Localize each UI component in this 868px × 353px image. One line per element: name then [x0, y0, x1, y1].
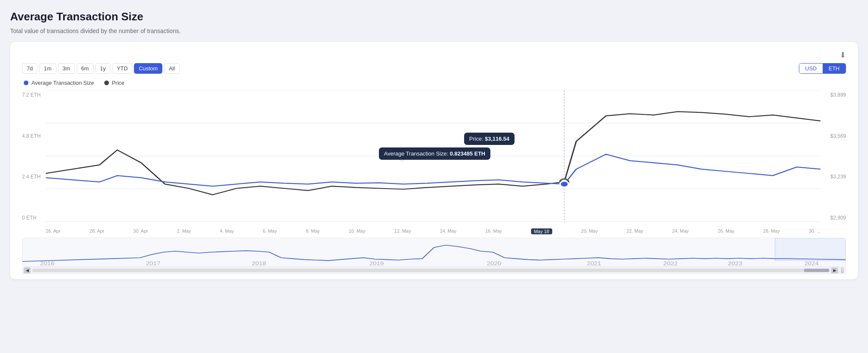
x-label-4: 4. May — [220, 228, 234, 234]
x-label-2: 30. Apr — [133, 228, 148, 234]
x-label-15: 28. May — [763, 228, 780, 234]
x-label-1: 28. Apr — [89, 228, 104, 234]
navigator-svg: 2016 2017 2018 2019 2020 2021 2022 2023 … — [22, 238, 846, 266]
y-right-3: $3,239 — [830, 174, 846, 180]
currency-buttons: USD ETH — [799, 63, 846, 74]
x-label-12: 22. May — [626, 228, 643, 234]
y-right-4: $2,909 — [830, 215, 846, 221]
x-label-14: 26. May — [718, 228, 734, 234]
y-left-4: 0 ETH — [22, 215, 44, 221]
download-icon[interactable]: ⬇ — [840, 50, 846, 60]
time-btn-ytd[interactable]: YTD — [112, 63, 132, 74]
scroll-track[interactable] — [32, 269, 829, 272]
scroll-left-btn[interactable]: ◀ — [24, 267, 31, 273]
y-left-2: 4.8 ETH — [22, 133, 44, 139]
currency-btn-eth[interactable]: ETH — [823, 64, 846, 73]
x-label-7: 10. May — [349, 228, 365, 234]
legend-label-price: Price — [112, 80, 125, 86]
svg-text:2021: 2021 — [587, 261, 601, 266]
x-label-3: 2. May — [177, 228, 191, 234]
controls-row: 7d 1m 3m 6m 1y YTD Custom All USD ETH — [22, 63, 846, 74]
x-axis-labels: 26. Apr 28. Apr 30. Apr 2. May 4. May 6.… — [46, 228, 821, 234]
x-label-9: 14. May — [440, 228, 456, 234]
scrollbar: ◀ ▶ ⣿ — [22, 267, 846, 274]
time-btn-7d[interactable]: 7d — [22, 63, 37, 74]
time-btn-all[interactable]: All — [164, 63, 179, 74]
scroll-right-btn[interactable]: ▶ — [831, 267, 838, 273]
svg-text:2023: 2023 — [728, 261, 743, 266]
y-axis-left: 7.2 ETH 4.8 ETH 2.4 ETH 0 ETH — [22, 90, 44, 222]
svg-text:2019: 2019 — [369, 261, 384, 266]
svg-text:2024: 2024 — [804, 261, 819, 266]
chart-top-bar: ⬇ — [22, 50, 846, 60]
page-wrapper: Average Transaction Size Total value of … — [10, 10, 858, 279]
tooltip-avg-label: Average Transaction Size: — [384, 150, 450, 157]
legend-label-avg: Average Transaction Size — [31, 80, 94, 86]
chart-container: ⬇ 7d 1m 3m 6m 1y YTD Custom All USD ETH — [10, 42, 858, 279]
y-right-2: $3,569 — [830, 133, 846, 139]
time-btn-1y[interactable]: 1y — [95, 63, 111, 74]
x-label-11: 20. May — [581, 228, 598, 234]
chart-area: 7.2 ETH 4.8 ETH 2.4 ETH 0 ETH $3,899 $3,… — [22, 90, 846, 234]
svg-text:2017: 2017 — [146, 261, 160, 266]
y-right-1: $3,899 — [830, 92, 846, 98]
svg-text:2020: 2020 — [487, 261, 501, 266]
x-label-10: 16. May — [485, 228, 502, 234]
x-label-13: 24. May — [672, 228, 689, 234]
legend-row: Average Transaction Size Price — [24, 80, 846, 86]
resize-icon: ⣿ — [840, 267, 844, 273]
tooltip-price-value: $3,116.54 — [485, 136, 509, 142]
time-btn-3m[interactable]: 3m — [58, 63, 75, 74]
y-left-1: 7.2 ETH — [22, 92, 44, 98]
time-btn-6m[interactable]: 6m — [77, 63, 94, 74]
x-label-16: 30. ... — [809, 228, 821, 234]
navigator-area: 2016 2017 2018 2019 2020 2021 2022 2023 … — [22, 238, 846, 267]
svg-text:2018: 2018 — [252, 261, 266, 266]
x-label-0: 26. Apr — [46, 228, 61, 234]
svg-text:2016: 2016 — [40, 261, 55, 266]
x-label-8: 12. May — [394, 228, 411, 234]
svg-rect-17 — [775, 238, 846, 261]
page-title: Average Transaction Size — [10, 10, 858, 23]
x-label-active: May 18 — [531, 228, 552, 234]
legend-price: Price — [104, 80, 125, 86]
x-label-5: 6. May — [263, 228, 277, 234]
scroll-thumb[interactable] — [804, 269, 829, 272]
legend-dot-price — [104, 81, 109, 85]
tooltip-price: Price: $3,116.54 — [464, 133, 515, 145]
legend-avg-tx: Average Transaction Size — [24, 80, 94, 86]
tooltip-price-label: Price: — [469, 136, 485, 142]
time-btn-1m[interactable]: 1m — [39, 63, 56, 74]
chart-inner: ⬡ IntoTheBlock — [46, 90, 821, 222]
svg-point-7 — [560, 181, 569, 187]
tooltip-avg: Average Transaction Size: 0.823485 ETH — [379, 147, 490, 160]
legend-dot-avg — [24, 81, 28, 85]
tooltip-avg-value: 0.823485 ETH — [450, 150, 485, 157]
page-subtitle: Total value of transactions divided by t… — [10, 28, 858, 34]
x-label-6: 8. May — [306, 228, 320, 234]
currency-btn-usd[interactable]: USD — [799, 64, 823, 73]
time-buttons: 7d 1m 3m 6m 1y YTD Custom All — [22, 63, 180, 74]
y-axis-right: $3,899 $3,569 $3,239 $2,909 — [824, 90, 846, 222]
y-left-3: 2.4 ETH — [22, 174, 44, 180]
svg-text:2022: 2022 — [663, 261, 678, 266]
time-btn-custom[interactable]: Custom — [134, 63, 162, 74]
